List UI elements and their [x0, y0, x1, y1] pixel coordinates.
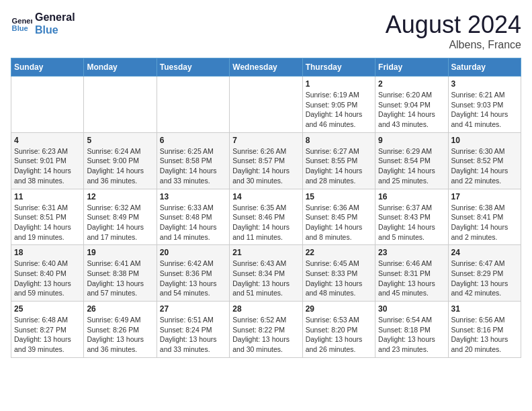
day-number: 12 [87, 192, 153, 201]
day-info: Sunrise: 6:51 AM Sunset: 8:24 PM Dayligh… [160, 315, 226, 355]
weekday-header-saturday: Saturday [448, 58, 521, 77]
title-block: August 2024 Albens, France [386, 11, 521, 51]
calendar-cell [230, 77, 302, 133]
day-info: Sunrise: 6:21 AM Sunset: 9:03 PM Dayligh… [451, 90, 518, 130]
calendar-cell: 14Sunrise: 6:35 AM Sunset: 8:46 PM Dayli… [230, 189, 302, 245]
day-info: Sunrise: 6:25 AM Sunset: 8:58 PM Dayligh… [160, 146, 226, 186]
day-info: Sunrise: 6:36 AM Sunset: 8:45 PM Dayligh… [306, 203, 372, 242]
day-info: Sunrise: 6:27 AM Sunset: 8:55 PM Dayligh… [306, 146, 372, 186]
calendar-cell [157, 77, 229, 133]
calendar-cell: 29Sunrise: 6:53 AM Sunset: 8:20 PM Dayli… [302, 302, 375, 358]
location-subtitle: Albens, France [386, 39, 521, 51]
logo-icon: General Blue [11, 13, 32, 34]
calendar-week-row: 1Sunrise: 6:19 AM Sunset: 9:05 PM Daylig… [11, 77, 521, 133]
day-number: 28 [232, 304, 299, 314]
day-info: Sunrise: 6:45 AM Sunset: 8:33 PM Dayligh… [306, 259, 372, 298]
day-info: Sunrise: 6:47 AM Sunset: 8:29 PM Dayligh… [451, 259, 518, 298]
day-number: 24 [451, 248, 518, 257]
calendar-cell: 26Sunrise: 6:49 AM Sunset: 8:26 PM Dayli… [84, 302, 157, 358]
day-number: 14 [232, 192, 299, 201]
day-info: Sunrise: 6:43 AM Sunset: 8:34 PM Dayligh… [232, 259, 299, 298]
day-info: Sunrise: 6:38 AM Sunset: 8:41 PM Dayligh… [451, 203, 518, 242]
day-info: Sunrise: 6:53 AM Sunset: 8:20 PM Dayligh… [306, 315, 372, 355]
calendar-cell: 16Sunrise: 6:37 AM Sunset: 8:43 PM Dayli… [375, 189, 448, 245]
day-info: Sunrise: 6:29 AM Sunset: 8:54 PM Dayligh… [378, 146, 445, 186]
weekday-header-friday: Friday [375, 58, 448, 77]
day-number: 9 [378, 136, 445, 145]
day-number: 15 [306, 192, 372, 201]
day-info: Sunrise: 6:19 AM Sunset: 9:05 PM Dayligh… [306, 90, 372, 130]
calendar-cell: 15Sunrise: 6:36 AM Sunset: 8:45 PM Dayli… [302, 189, 375, 245]
day-info: Sunrise: 6:48 AM Sunset: 8:27 PM Dayligh… [14, 315, 81, 355]
calendar-cell: 11Sunrise: 6:31 AM Sunset: 8:51 PM Dayli… [11, 189, 84, 245]
weekday-header-monday: Monday [84, 58, 157, 77]
day-info: Sunrise: 6:26 AM Sunset: 8:57 PM Dayligh… [232, 146, 299, 186]
logo: General Blue General Blue [11, 11, 75, 36]
calendar-cell: 30Sunrise: 6:54 AM Sunset: 8:18 PM Dayli… [375, 302, 448, 358]
day-info: Sunrise: 6:32 AM Sunset: 8:49 PM Dayligh… [87, 203, 153, 242]
day-number: 3 [451, 79, 518, 89]
calendar-cell: 23Sunrise: 6:46 AM Sunset: 8:31 PM Dayli… [375, 245, 448, 302]
day-info: Sunrise: 6:46 AM Sunset: 8:31 PM Dayligh… [378, 259, 445, 298]
day-info: Sunrise: 6:42 AM Sunset: 8:36 PM Dayligh… [160, 259, 226, 298]
calendar-week-row: 25Sunrise: 6:48 AM Sunset: 8:27 PM Dayli… [11, 302, 521, 358]
calendar-cell: 20Sunrise: 6:42 AM Sunset: 8:36 PM Dayli… [157, 245, 229, 302]
calendar-table: SundayMondayTuesdayWednesdayThursdayFrid… [11, 58, 521, 358]
day-number: 18 [14, 248, 81, 257]
day-number: 4 [14, 136, 81, 145]
calendar-week-row: 18Sunrise: 6:40 AM Sunset: 8:40 PM Dayli… [11, 245, 521, 302]
day-number: 5 [87, 136, 153, 145]
day-number: 11 [14, 192, 81, 201]
day-info: Sunrise: 6:41 AM Sunset: 8:38 PM Dayligh… [87, 259, 153, 298]
day-number: 25 [14, 304, 81, 314]
day-number: 8 [306, 136, 372, 145]
day-number: 22 [306, 248, 372, 257]
calendar-cell: 24Sunrise: 6:47 AM Sunset: 8:29 PM Dayli… [448, 245, 521, 302]
day-number: 29 [306, 304, 372, 314]
calendar-cell: 1Sunrise: 6:19 AM Sunset: 9:05 PM Daylig… [302, 77, 375, 133]
day-number: 6 [160, 136, 226, 145]
day-number: 7 [232, 136, 299, 145]
calendar-cell: 4Sunrise: 6:23 AM Sunset: 9:01 PM Daylig… [11, 132, 84, 189]
calendar-header-row: SundayMondayTuesdayWednesdayThursdayFrid… [11, 58, 521, 77]
calendar-week-row: 4Sunrise: 6:23 AM Sunset: 9:01 PM Daylig… [11, 132, 521, 189]
day-number: 27 [160, 304, 226, 314]
calendar-cell: 28Sunrise: 6:52 AM Sunset: 8:22 PM Dayli… [230, 302, 302, 358]
weekday-header-tuesday: Tuesday [157, 58, 229, 77]
day-info: Sunrise: 6:35 AM Sunset: 8:46 PM Dayligh… [232, 203, 299, 242]
calendar-cell: 2Sunrise: 6:20 AM Sunset: 9:04 PM Daylig… [375, 77, 448, 133]
calendar-cell: 27Sunrise: 6:51 AM Sunset: 8:24 PM Dayli… [157, 302, 229, 358]
calendar-cell: 10Sunrise: 6:30 AM Sunset: 8:52 PM Dayli… [448, 132, 521, 189]
weekday-header-sunday: Sunday [11, 58, 84, 77]
day-number: 20 [160, 248, 226, 257]
day-number: 1 [306, 79, 372, 89]
day-info: Sunrise: 6:31 AM Sunset: 8:51 PM Dayligh… [14, 203, 81, 242]
month-year-title: August 2024 [386, 11, 521, 39]
day-number: 19 [87, 248, 153, 257]
day-info: Sunrise: 6:37 AM Sunset: 8:43 PM Dayligh… [378, 203, 445, 242]
page-header: General Blue General Blue August 2024 Al… [11, 11, 521, 51]
day-info: Sunrise: 6:24 AM Sunset: 9:00 PM Dayligh… [87, 146, 153, 186]
day-info: Sunrise: 6:54 AM Sunset: 8:18 PM Dayligh… [378, 315, 445, 355]
day-info: Sunrise: 6:20 AM Sunset: 9:04 PM Dayligh… [378, 90, 445, 130]
calendar-cell: 18Sunrise: 6:40 AM Sunset: 8:40 PM Dayli… [11, 245, 84, 302]
calendar-cell: 17Sunrise: 6:38 AM Sunset: 8:41 PM Dayli… [448, 189, 521, 245]
calendar-week-row: 11Sunrise: 6:31 AM Sunset: 8:51 PM Dayli… [11, 189, 521, 245]
calendar-cell: 7Sunrise: 6:26 AM Sunset: 8:57 PM Daylig… [230, 132, 302, 189]
calendar-cell: 22Sunrise: 6:45 AM Sunset: 8:33 PM Dayli… [302, 245, 375, 302]
calendar-cell: 25Sunrise: 6:48 AM Sunset: 8:27 PM Dayli… [11, 302, 84, 358]
calendar-cell: 8Sunrise: 6:27 AM Sunset: 8:55 PM Daylig… [302, 132, 375, 189]
calendar-cell: 9Sunrise: 6:29 AM Sunset: 8:54 PM Daylig… [375, 132, 448, 189]
day-info: Sunrise: 6:33 AM Sunset: 8:48 PM Dayligh… [160, 203, 226, 242]
calendar-cell [11, 77, 84, 133]
day-info: Sunrise: 6:52 AM Sunset: 8:22 PM Dayligh… [232, 315, 299, 355]
calendar-cell: 3Sunrise: 6:21 AM Sunset: 9:03 PM Daylig… [448, 77, 521, 133]
calendar-cell: 31Sunrise: 6:56 AM Sunset: 8:16 PM Dayli… [448, 302, 521, 358]
day-number: 26 [87, 304, 153, 314]
day-info: Sunrise: 6:30 AM Sunset: 8:52 PM Dayligh… [451, 146, 518, 186]
svg-text:Blue: Blue [12, 24, 28, 32]
logo-text-general: General [35, 11, 75, 24]
calendar-cell: 21Sunrise: 6:43 AM Sunset: 8:34 PM Dayli… [230, 245, 302, 302]
day-number: 10 [451, 136, 518, 145]
calendar-cell: 6Sunrise: 6:25 AM Sunset: 8:58 PM Daylig… [157, 132, 229, 189]
